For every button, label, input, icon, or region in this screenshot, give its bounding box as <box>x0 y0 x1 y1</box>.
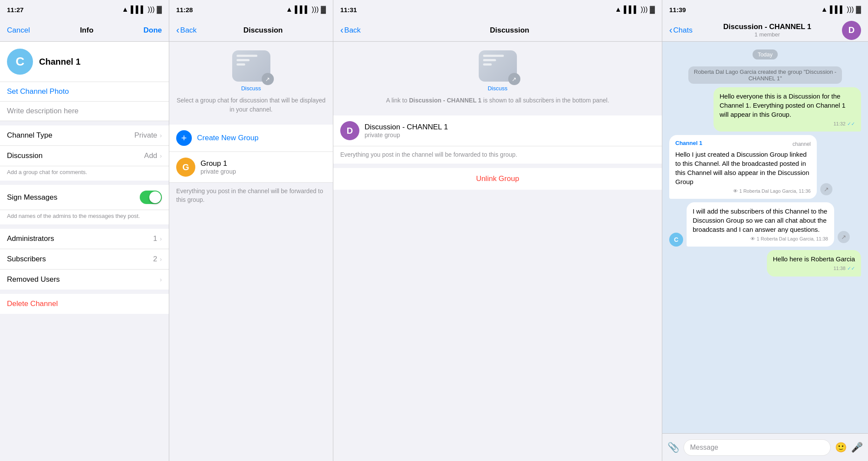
illus-line <box>237 59 250 61</box>
message-time-1: 11:32 <box>833 121 845 127</box>
date-badge: Today <box>669 49 861 59</box>
status-icons-2: ▲▌▌▌)))▓ <box>286 6 326 13</box>
back-chevron-1: ‹ <box>176 25 179 36</box>
chat-avatar-button[interactable]: D <box>842 21 861 40</box>
delete-channel-button[interactable]: Delete Channel <box>7 300 58 308</box>
forward-button-2[interactable]: ↗ <box>820 183 832 195</box>
illus-forward-btn: ↗ <box>262 73 274 85</box>
illus-line <box>237 55 257 57</box>
illus-label-left: Discuss <box>241 85 261 92</box>
date-badge-label: Today <box>753 49 778 59</box>
message-bubble-4: Hello here is Roberta Garcia 11:38 ✓✓ <box>767 250 861 276</box>
message-text-2: Hello I just created a Discussion Group … <box>675 150 811 186</box>
discussion-chevron: › <box>160 152 162 159</box>
selected-group-name: Discussion - CHANNEL 1 <box>365 123 448 132</box>
sign-messages-label: Sign Messages <box>7 193 57 202</box>
selected-group-avatar: D <box>340 121 359 140</box>
status-icons-1: ▲▌▌▌))) ▓ <box>122 6 162 13</box>
illus-desc-right-bold: Discussion - CHANNEL 1 <box>409 97 481 104</box>
unlink-label: Unlink Group <box>476 175 519 183</box>
channel-name: Channel 1 <box>39 57 81 67</box>
illus-desc-right-part2: is shown to all subscribers in the botto… <box>481 97 609 104</box>
discussion-desc: Add a group chat for comments. <box>0 166 169 181</box>
message-time-4: 11:38 <box>833 265 845 272</box>
info-title: Info <box>80 26 93 35</box>
status-time-3: 11:31 <box>340 6 357 13</box>
status-icons-4: ▲▌▌▌)))▓ <box>821 6 861 13</box>
group-1-row[interactable]: G Group 1 private group <box>169 152 333 183</box>
administrators-label: Administrators <box>7 234 54 243</box>
channel-avatar: C <box>7 49 33 75</box>
illus-line <box>483 55 504 57</box>
toggle-knob <box>149 191 161 203</box>
message-input[interactable]: Message <box>684 439 831 456</box>
forward-button-3[interactable]: ↗ <box>838 231 850 243</box>
illus-line <box>483 63 492 66</box>
sticker-button[interactable]: 🙂 <box>835 442 847 453</box>
back-button-2[interactable]: ‹ Back <box>340 25 361 36</box>
discussion-value: Add <box>144 151 157 160</box>
message-check-1: ✓✓ <box>847 121 855 127</box>
discussion-right-title: Discussion <box>364 26 655 35</box>
group-1-name: Group 1 <box>201 159 236 168</box>
message-row-1: Hello everyone this is a Discussion for … <box>669 87 861 132</box>
message-read-2: 1 Roberta Dal Lago Garcia, 11:36 <box>740 188 811 194</box>
unlink-group-button[interactable]: Unlink Group <box>333 168 662 190</box>
back-button-1[interactable]: ‹ Back <box>176 25 197 36</box>
group-1-type: private group <box>201 168 236 175</box>
chat-back-label: Chats <box>673 26 692 35</box>
system-message: Roberta Dal Lago Garcia created the grou… <box>688 66 842 84</box>
removed-users-label: Removed Users <box>7 275 60 284</box>
message-check-4: ✓✓ <box>847 265 855 272</box>
message-text-1: Hello everyone this is a Discussion for … <box>720 92 855 119</box>
status-time-1: 11:27 <box>7 6 23 13</box>
voice-button[interactable]: 🎤 <box>851 442 863 453</box>
set-photo-link[interactable]: Set Channel Photo <box>7 87 69 95</box>
channel-label: channel <box>792 141 811 148</box>
discuss-illustration-right-1: ↗ Discuss <box>479 50 517 92</box>
description-field[interactable]: Write description here <box>7 107 79 115</box>
administrators-value: 1 <box>153 234 157 243</box>
discuss-illustration-left: ↗ Discuss <box>232 50 270 92</box>
attach-button[interactable]: 📎 <box>667 442 679 453</box>
chat-back-chevron: ‹ <box>669 25 672 36</box>
administrators-chevron[interactable]: › <box>160 235 162 242</box>
message-text-3: I will add the subscribers of this Chann… <box>693 207 828 234</box>
message-row-2: Channel 1 channel Hello I just created a… <box>669 135 861 199</box>
message-input-placeholder: Message <box>690 444 718 451</box>
discussion-left-title: Discussion <box>200 26 326 35</box>
done-button[interactable]: Done <box>143 26 162 35</box>
removed-users-chevron[interactable]: › <box>160 276 162 283</box>
chat-back-button[interactable]: ‹ Chats <box>669 25 693 36</box>
chat-subtitle: 1 member <box>755 31 780 38</box>
create-group-label: Create New Group <box>197 134 259 142</box>
discuss-icon-box-left: ↗ <box>232 50 270 82</box>
selected-group-row[interactable]: D Discussion - CHANNEL 1 private group <box>333 115 662 146</box>
message-bubble-2: Channel 1 channel Hello I just created a… <box>669 135 817 199</box>
sign-messages-toggle[interactable] <box>140 191 162 204</box>
forwarded-note-left: Everything you post in the channel will … <box>169 183 333 208</box>
selected-group-type: private group <box>365 132 448 138</box>
message-meta-1: 11:32 ✓✓ <box>720 121 855 127</box>
message-meta-2: 👁 1 Roberta Dal Lago Garcia, 11:36 <box>675 188 811 194</box>
status-icons-3: ▲▌▌▌)))▓ <box>615 6 655 13</box>
create-plus-icon: + <box>176 130 192 146</box>
illus-label-r1: Discuss <box>488 85 508 92</box>
message-row-4: Hello here is Roberta Garcia 11:38 ✓✓ <box>669 250 861 276</box>
illus-desc-right-part1: A link to <box>386 97 409 104</box>
message-row-3: C I will add the subscribers of this Cha… <box>669 202 861 247</box>
cancel-button[interactable]: Cancel <box>7 26 30 35</box>
illus-line <box>483 59 496 61</box>
channel-type-chevron: › <box>160 132 162 139</box>
back-label-2: Back <box>344 26 361 35</box>
chat-messages-area: Today Roberta Dal Lago Garcia created th… <box>662 42 868 433</box>
subscribers-chevron[interactable]: › <box>160 256 162 263</box>
message-avatar-3: C <box>669 233 683 247</box>
back-chevron-2: ‹ <box>340 25 343 36</box>
group-1-avatar: G <box>176 158 195 177</box>
subscribers-value: 2 <box>153 255 157 263</box>
forwarded-note-right: Everything you post in the channel will … <box>333 146 662 164</box>
message-bubble-3: I will add the subscribers of this Chann… <box>687 202 834 247</box>
create-new-group-row[interactable]: + Create New Group <box>169 125 333 152</box>
illus-desc-left: Select a group chat for discussion that … <box>177 97 326 113</box>
